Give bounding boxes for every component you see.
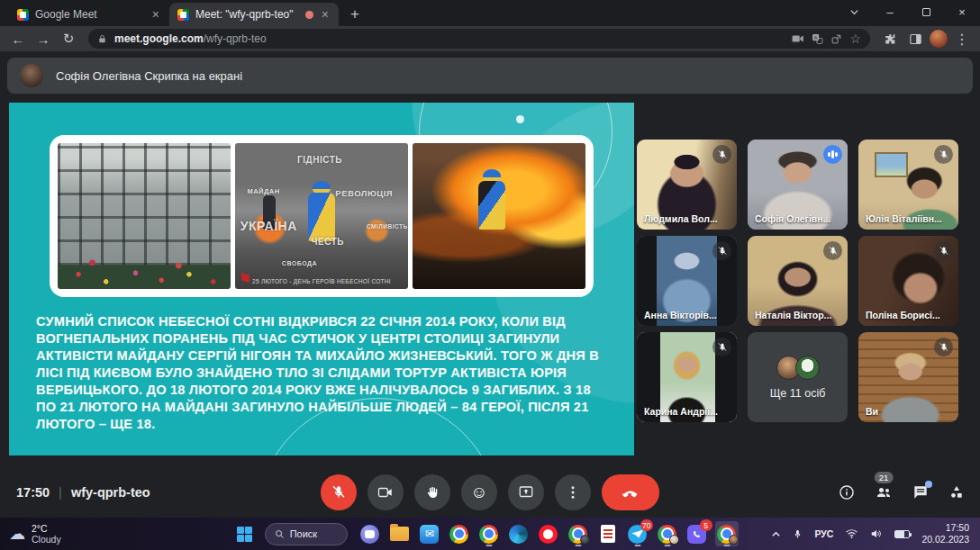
mail-icon[interactable]: ✉: [418, 521, 441, 546]
raise-hand-button[interactable]: [414, 474, 450, 510]
chrome-icon[interactable]: [477, 521, 501, 546]
tab-meet-call[interactable]: Meet: "wfy-qprb-teo" ×: [169, 3, 339, 26]
meet-favicon-icon: [177, 9, 189, 21]
chrome-active-icon[interactable]: [715, 521, 739, 546]
chat-panel-icon[interactable]: [912, 483, 930, 501]
viber-icon[interactable]: 5: [685, 521, 709, 546]
tab-title: Meet: "wfy-qprb-teo": [195, 8, 299, 21]
overlay-word: ЧЕСТЬ: [311, 237, 343, 247]
chat-notification-dot: [925, 481, 932, 488]
participant-tile[interactable]: Карина Андрії...: [637, 332, 737, 422]
browser-profile-avatar[interactable]: [930, 30, 948, 48]
tab-title: Google Meet: [35, 8, 144, 21]
meet-app: Софія Олегівна Скрипка на екрані ГІДНІСТ…: [0, 51, 980, 518]
taskbar-apps: ✉ 70 5: [358, 521, 739, 546]
participant-name: Анна Вікторів...: [644, 310, 717, 320]
wifi-icon[interactable]: [845, 528, 858, 539]
presenter-avatar: [20, 64, 43, 87]
reactions-button[interactable]: ☺: [461, 474, 497, 510]
participant-name: Людмила Вол...: [644, 213, 718, 224]
wall-painting: [875, 152, 909, 177]
participant-name: Ви: [866, 406, 878, 417]
reload-button[interactable]: ↻: [58, 28, 79, 50]
participant-tile[interactable]: Людмила Вол...: [637, 140, 737, 230]
extensions-puzzle-icon[interactable]: [879, 28, 901, 50]
chrome-profile-icon[interactable]: [567, 521, 590, 546]
taskbar-search[interactable]: Поиск: [265, 523, 348, 545]
taskbar-clock[interactable]: 17:50 20.02.2023: [921, 522, 969, 545]
maximize-button[interactable]: [908, 0, 944, 23]
slide-photo-card: ГІДНІСТЬ МАЙДАН РЕВОЛЮЦІЯ УКРАЇНА ЧЕСТЬ …: [50, 135, 594, 297]
battery-icon[interactable]: [894, 530, 910, 538]
close-window-button[interactable]: ×: [944, 0, 980, 23]
search-label: Поиск: [290, 528, 317, 539]
overlay-word: УКРАЇНА: [240, 219, 297, 233]
participants-panel-icon[interactable]: 21: [874, 483, 894, 501]
overlay-word: СВОБОДА: [282, 260, 317, 266]
participant-tile-speaking[interactable]: Софія Олегівн...: [748, 140, 848, 230]
overlay-word: РЕВОЛЮЦІЯ: [335, 188, 393, 198]
edge-icon[interactable]: [507, 521, 531, 546]
overlay-word: ГІДНІСТЬ: [297, 155, 342, 165]
taskbar-weather-widget[interactable]: ☁ 2°C Cloudy: [9, 523, 61, 545]
self-view-tile[interactable]: Ви: [858, 332, 958, 422]
browser-menu-kebab-icon[interactable]: ⋮: [951, 28, 973, 50]
participant-name: Юлія Віталіївн...: [866, 213, 942, 224]
window-chevron-icon[interactable]: [836, 0, 872, 23]
meeting-details-info-icon[interactable]: [838, 483, 856, 501]
participant-count-badge: 21: [875, 472, 894, 483]
back-button[interactable]: ←: [7, 28, 29, 50]
participant-tile[interactable]: Анна Вікторів...: [637, 236, 737, 326]
minimize-button[interactable]: –: [872, 0, 908, 23]
bookmark-star-icon[interactable]: ☆: [849, 32, 861, 46]
browser-toolbar: ← → ↻ meet.google.com/wfy-qprb-teo A ☆ ⋮: [0, 26, 980, 51]
forward-button[interactable]: →: [32, 28, 54, 50]
teams-chat-icon[interactable]: [358, 521, 382, 546]
chrome-profile-icon[interactable]: [656, 521, 679, 546]
tray-microphone-icon[interactable]: [793, 528, 803, 540]
slide-body-text: СУМНИЙ СПИСОК НЕБЕСНОЇ СОТНІ ВІДКРИВСЯ 2…: [36, 313, 609, 433]
mic-off-icon: [823, 241, 842, 260]
hidden-icons-chevron-icon[interactable]: [771, 529, 781, 539]
volume-icon[interactable]: [870, 528, 883, 539]
overflow-participants-tile[interactable]: Ще 11 осіб: [748, 332, 848, 422]
side-panel-icon[interactable]: [904, 28, 926, 50]
participant-tile[interactable]: Поліна Борисі...: [858, 236, 958, 326]
new-tab-button[interactable]: +: [344, 4, 366, 25]
meet-favicon-icon: [17, 9, 29, 21]
overflow-avatars: [776, 356, 820, 380]
document-app-icon[interactable]: [596, 521, 620, 546]
mic-mute-button[interactable]: [321, 474, 357, 510]
file-explorer-icon[interactable]: [388, 521, 412, 546]
telegram-icon[interactable]: 70: [626, 521, 649, 546]
translate-icon[interactable]: A: [812, 33, 823, 45]
window-controls: – ×: [836, 0, 980, 23]
overlay-word: МАЙДАН: [247, 187, 279, 195]
camera-button[interactable]: [368, 474, 404, 510]
camera-in-use-icon[interactable]: [792, 33, 804, 44]
participant-tile[interactable]: Юлія Віталіївн...: [858, 140, 958, 230]
weather-description: Cloudy: [32, 534, 61, 545]
keyboard-language-indicator[interactable]: РУС: [814, 528, 833, 539]
end-call-button[interactable]: [602, 474, 659, 510]
close-tab-icon[interactable]: ×: [320, 8, 331, 21]
protester-with-flag: [308, 181, 335, 241]
share-icon[interactable]: [830, 33, 842, 45]
participant-name: Поліна Борисі...: [866, 310, 940, 320]
meeting-time: 17:50: [16, 485, 50, 500]
browser-tabstrip: Google Meet × Meet: "wfy-qprb-teo" × + –…: [0, 0, 980, 26]
opera-icon[interactable]: [537, 521, 560, 546]
more-options-button[interactable]: [555, 474, 591, 510]
windows-taskbar: ☁ 2°C Cloudy Поиск ✉ 70 5: [0, 518, 980, 550]
present-screen-button[interactable]: [508, 474, 544, 510]
participant-tile[interactable]: Наталія Віктор...: [748, 236, 848, 326]
close-tab-icon[interactable]: ×: [150, 8, 161, 21]
chrome-icon[interactable]: [448, 521, 471, 546]
tab-google-meet[interactable]: Google Meet ×: [9, 3, 169, 26]
mic-off-icon: [712, 145, 731, 164]
photo-memorial-wall-with-flowers: [58, 143, 231, 289]
participant-name: Карина Андрії...: [644, 406, 718, 417]
address-bar[interactable]: meet.google.com/wfy-qprb-teo A ☆: [88, 29, 870, 49]
start-button[interactable]: [237, 527, 252, 542]
activities-icon[interactable]: [948, 483, 966, 501]
